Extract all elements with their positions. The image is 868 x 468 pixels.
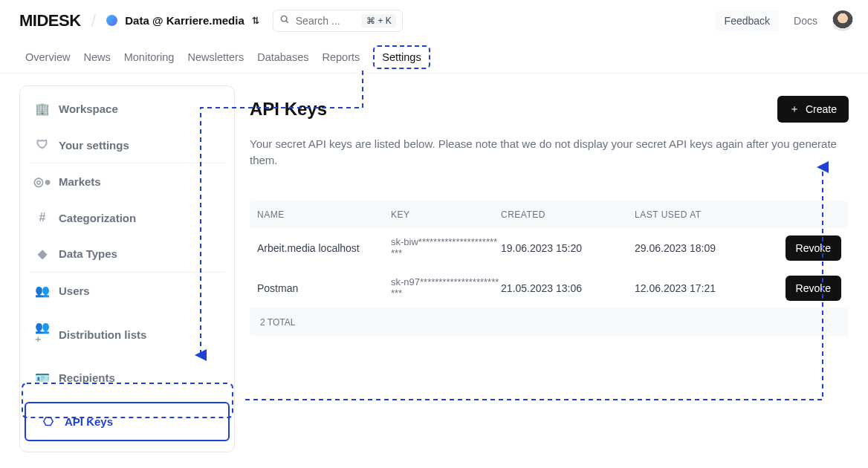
workspace-globe-icon	[106, 15, 117, 26]
docs-link[interactable]: Docs	[794, 15, 817, 27]
markets-icon: ◎●	[35, 175, 50, 189]
avatar[interactable]	[832, 10, 853, 31]
topbar-right: Feedback Docs	[716, 10, 853, 31]
hash-icon: #	[35, 211, 50, 224]
table-footer: 2 TOTAL	[250, 308, 849, 337]
page-description: Your secret API keys are listed below. P…	[250, 136, 849, 169]
logo: MIDESK	[19, 11, 81, 30]
page-title: API Keys	[250, 99, 327, 120]
main: API Keys ＋ Create Your secret API keys a…	[235, 74, 868, 452]
cell-key: sk-biw************************	[391, 237, 501, 259]
tab-newsletters[interactable]: Newsletters	[187, 44, 244, 71]
create-button-label: Create	[806, 103, 837, 115]
shapes-icon: ◆	[35, 247, 50, 261]
cell-created: 19.06.2023 15:20	[501, 242, 635, 254]
sidebar-item-workspace[interactable]: 🏢 Workspace	[20, 91, 234, 127]
tab-monitoring[interactable]: Monitoring	[124, 44, 175, 71]
workspace-selector[interactable]: Data @ Karriere.media ⇅	[106, 14, 259, 27]
sidebar-item-your-settings[interactable]: 🛡 Your settings	[20, 127, 234, 163]
workspace-name: Data @ Karriere.media	[125, 14, 244, 27]
sidebar-item-users[interactable]: 👥 Users	[20, 273, 234, 309]
sidebar-item-data-types[interactable]: ◆ Data Types	[20, 235, 234, 272]
search-container[interactable]: ⌘ + K	[273, 10, 403, 32]
sidebar-item-label: Recipients	[59, 371, 115, 384]
table-header: NAME KEY CREATED LAST USED AT	[250, 201, 849, 228]
cell-last-used: 12.06.2023 17:21	[635, 282, 768, 294]
content: 🏢 Workspace 🛡 Your settings ◎● Markets #…	[0, 74, 868, 452]
tab-overview[interactable]: Overview	[25, 44, 70, 71]
sidebar-item-label: Categorization	[59, 212, 136, 224]
col-header-actions	[768, 209, 841, 220]
group-add-icon: 👥⁺	[35, 320, 50, 348]
svg-point-0	[281, 16, 287, 22]
search-shortcut: ⌘ + K	[362, 14, 396, 27]
page-header: API Keys ＋ Create	[250, 96, 849, 123]
cell-last-used: 29.06.2023 18:09	[635, 242, 768, 254]
revoke-button[interactable]: Revoke	[786, 276, 841, 301]
divider-slash: /	[91, 10, 97, 31]
topbar: MIDESK / Data @ Karriere.media ⇅ ⌘ + K F…	[0, 0, 868, 41]
api-icon: ⎔	[41, 415, 56, 429]
api-keys-table: NAME KEY CREATED LAST USED AT Arbeit.med…	[250, 201, 849, 337]
col-header-created: CREATED	[501, 209, 635, 220]
tab-databases[interactable]: Databases	[257, 44, 308, 71]
sidebar-item-label: Workspace	[59, 103, 118, 115]
building-icon: 🏢	[35, 102, 50, 116]
chevron-updown-icon: ⇅	[252, 16, 259, 26]
sidebar-item-label: Data Types	[59, 247, 117, 260]
revoke-button[interactable]: Revoke	[786, 235, 841, 261]
create-button[interactable]: ＋ Create	[777, 96, 849, 123]
sidebar-item-distribution-lists[interactable]: 👥⁺ Distribution lists	[20, 309, 234, 360]
sidebar-item-recipients[interactable]: 🪪 Recipients	[20, 360, 234, 396]
shield-check-icon: 🛡	[35, 138, 50, 152]
sidebar-item-label: Your settings	[59, 139, 129, 152]
cell-created: 21.05.2023 13:06	[501, 282, 635, 294]
cell-name: Arbeit.media localhost	[257, 242, 391, 254]
sidebar-item-categorization[interactable]: # Categorization	[20, 200, 234, 235]
sidebar-item-label: Distribution lists	[59, 328, 146, 341]
search-input[interactable]	[296, 15, 362, 27]
tab-news[interactable]: News	[83, 44, 110, 71]
col-header-last-used: LAST USED AT	[635, 209, 768, 220]
table-row: Arbeit.media localhost sk-biw***********…	[250, 228, 849, 268]
sidebar-item-markets[interactable]: ◎● Markets	[20, 163, 234, 200]
settings-sidebar: 🏢 Workspace 🛡 Your settings ◎● Markets #…	[19, 85, 235, 452]
plus-icon: ＋	[789, 103, 800, 116]
cell-name: Postman	[257, 282, 391, 294]
tab-reports[interactable]: Reports	[322, 44, 360, 71]
sidebar-item-api-keys[interactable]: ⎔ API Keys	[25, 402, 230, 441]
users-icon: 👥	[35, 284, 50, 298]
svg-line-1	[286, 21, 288, 23]
feedback-button[interactable]: Feedback	[716, 10, 779, 31]
col-header-key: KEY	[391, 209, 501, 220]
sidebar-item-label: API Keys	[65, 415, 113, 428]
tabs: Overview News Monitoring Newsletters Dat…	[0, 41, 868, 74]
col-header-name: NAME	[257, 209, 391, 220]
sidebar-item-label: Markets	[59, 175, 101, 188]
sidebar-item-label: Users	[59, 285, 90, 297]
cell-key: sk-n97************************	[391, 277, 501, 299]
search-icon	[279, 14, 290, 27]
tab-settings[interactable]: Settings	[373, 45, 430, 69]
badge-icon: 🪪	[35, 371, 50, 385]
table-row: Postman sk-n97************************ 2…	[250, 268, 849, 308]
